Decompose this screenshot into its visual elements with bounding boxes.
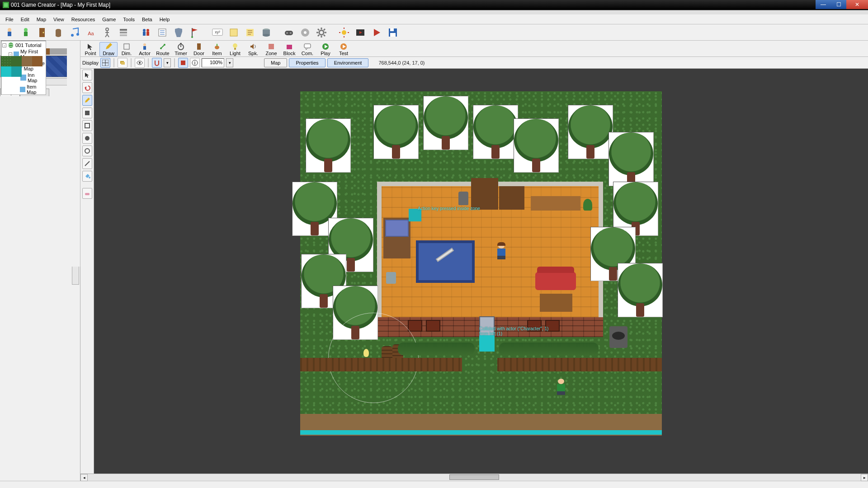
svg-point-11 [106, 28, 108, 31]
toolbar-play-media-icon[interactable] [354, 26, 367, 39]
window-maximize-button[interactable]: ☐ [831, 0, 846, 9]
toolbar-save-icon[interactable] [386, 26, 400, 39]
toolbar-database-icon[interactable] [117, 26, 130, 39]
menu-tools[interactable]: Tools [119, 16, 138, 23]
tool-point[interactable]: Point [81, 42, 99, 56]
scroll-left-arrow[interactable]: ◂ [80, 474, 88, 481]
main-toolbar: Aa xy² [0, 24, 868, 41]
menu-file[interactable]: File [2, 16, 17, 23]
toolbar-play-icon[interactable] [370, 26, 383, 39]
vtool-eraser[interactable] [82, 188, 92, 199]
toolbar-xyz-icon[interactable]: xy² [211, 26, 224, 39]
map-canvas[interactable]: Action key pressed inside zone Collided … [94, 69, 868, 474]
tile-palette[interactable] [0, 56, 71, 77]
tool-block[interactable]: Block [280, 42, 298, 56]
tree-item[interactable]: Item Map [15, 84, 45, 95]
menu-map[interactable]: Map [33, 16, 50, 23]
workspace: Maps Interfaces - 001 Tutorial - [0, 41, 868, 481]
window [426, 320, 440, 332]
toolbar-npc-icon[interactable] [19, 26, 33, 39]
svg-point-53 [342, 30, 346, 35]
vtool-circle-outline[interactable] [82, 145, 92, 156]
tool-draw[interactable]: Draw [99, 42, 118, 56]
vtool-fill[interactable] [82, 171, 92, 182]
display-grid-button[interactable] [100, 58, 110, 68]
svg-line-50 [324, 35, 325, 36]
svg-marker-60 [374, 29, 380, 36]
toolbar-checklist-icon[interactable] [156, 26, 169, 39]
window-close-button[interactable]: ✕ [846, 0, 868, 9]
vtool-cursor[interactable] [82, 70, 92, 80]
vtool-rect-fill[interactable] [82, 108, 92, 118]
vtool-line[interactable] [82, 158, 92, 169]
scroll-thumb[interactable] [449, 474, 499, 480]
toolbar-gamepad-icon[interactable] [282, 26, 296, 39]
tool-comment[interactable]: Com. [298, 42, 316, 56]
snap-dropdown[interactable]: ▾ [164, 58, 171, 67]
tool-play[interactable]: Play [316, 42, 335, 56]
toolbar-note-icon[interactable] [227, 26, 241, 39]
zoom-dropdown[interactable]: ▾ [226, 58, 233, 67]
zoom-input[interactable]: 100% [202, 58, 224, 67]
toolbar-player-icon[interactable] [3, 26, 16, 39]
toolbar-music-icon[interactable] [68, 26, 81, 39]
vtool-pencil[interactable] [82, 95, 92, 106]
view-tab-map[interactable]: Map [264, 58, 287, 67]
svg-point-20 [146, 29, 149, 32]
menu-resources[interactable]: Resources [68, 16, 99, 23]
toolbar-sun-icon[interactable] [337, 26, 351, 39]
scroll-right-arrow[interactable]: ▸ [861, 474, 868, 481]
menu-game[interactable]: Game [99, 16, 119, 23]
toolbar-armor-icon[interactable] [172, 26, 185, 39]
window-minimize-button[interactable]: — [816, 0, 831, 9]
toolbar-bag-icon[interactable] [52, 26, 65, 39]
display-snap-button[interactable] [152, 58, 162, 68]
menu-beta[interactable]: Beta [138, 16, 156, 23]
svg-point-2 [8, 28, 11, 32]
toolbar-text-icon[interactable]: Aa [84, 26, 98, 39]
tool-item[interactable]: Item [208, 42, 226, 56]
svg-rect-110 [181, 61, 185, 65]
display-collision-button[interactable] [178, 58, 188, 68]
rug [416, 240, 475, 283]
toolbar-db-cylinder-icon[interactable] [259, 26, 273, 39]
display-info-button[interactable]: i [190, 58, 200, 68]
toolbar-flag-icon[interactable] [188, 26, 202, 39]
menu-view[interactable]: View [50, 16, 68, 23]
view-tab-environment[interactable]: Environment [327, 58, 369, 67]
display-eye-button[interactable] [135, 58, 145, 68]
tool-door[interactable]: Door [190, 42, 208, 56]
tool-test[interactable]: Test [335, 42, 353, 56]
menu-edit[interactable]: Edit [17, 16, 33, 23]
toolbar-skeleton-icon[interactable] [100, 26, 114, 39]
collapse-icon[interactable]: - [2, 43, 6, 47]
robot-npc [458, 192, 468, 205]
svg-line-52 [318, 35, 319, 36]
menu-help[interactable]: Help [156, 16, 174, 23]
toolbar-door-icon[interactable] [35, 26, 49, 39]
svg-rect-90 [180, 43, 182, 44]
player-character [496, 243, 506, 258]
tool-timer[interactable]: Timer [172, 42, 190, 56]
svg-rect-120 [85, 193, 90, 195]
tool-zone[interactable]: Zone [262, 42, 280, 56]
tool-actor[interactable]: Actor [136, 42, 154, 56]
tool-dim[interactable]: Dim. [118, 42, 136, 56]
vtool-undo[interactable] [82, 82, 92, 93]
view-tab-properties[interactable]: Properties [289, 58, 325, 67]
toolbar-party-icon[interactable] [139, 26, 153, 39]
tool-speaker[interactable]: Spk. [244, 42, 262, 56]
tool-route[interactable]: Route [154, 42, 172, 56]
display-layer-button[interactable] [118, 58, 127, 68]
svg-point-44 [319, 30, 324, 35]
vtool-circle-fill[interactable] [82, 133, 92, 144]
svg-point-83 [143, 43, 146, 46]
canvas-horizontal-scrollbar[interactable]: ◂ ▸ [80, 474, 868, 481]
toolbar-gear-icon[interactable] [315, 26, 328, 39]
vtool-rect-outline[interactable] [82, 120, 92, 131]
tool-light[interactable]: Light [226, 42, 244, 56]
tree-root-item[interactable]: - 001 Tutorial [2, 42, 45, 48]
toolbar-script-icon[interactable] [243, 26, 257, 39]
toolbar-disc-icon[interactable] [298, 26, 312, 39]
svg-point-40 [286, 32, 288, 34]
